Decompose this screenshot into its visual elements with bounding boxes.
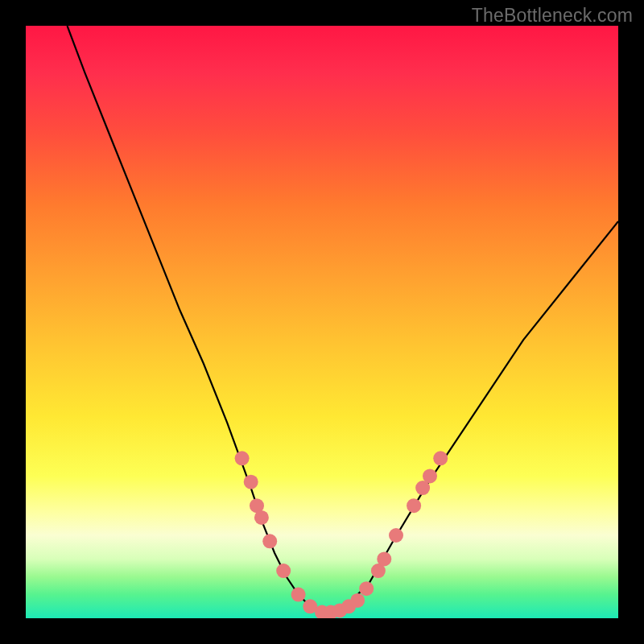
svg-point-17 bbox=[407, 498, 421, 513]
svg-point-0 bbox=[235, 451, 250, 465]
svg-point-18 bbox=[415, 481, 430, 495]
chart-plot-area bbox=[26, 26, 618, 618]
data-markers bbox=[235, 451, 448, 618]
svg-point-11 bbox=[341, 599, 356, 613]
chart-svg bbox=[26, 26, 618, 618]
svg-point-2 bbox=[250, 498, 264, 513]
svg-point-4 bbox=[262, 534, 277, 548]
svg-point-13 bbox=[359, 581, 374, 596]
svg-point-8 bbox=[315, 605, 329, 618]
svg-point-9 bbox=[324, 605, 338, 618]
svg-point-5 bbox=[276, 564, 291, 578]
watermark-text: TheBottleneck.com bbox=[472, 5, 633, 27]
svg-point-10 bbox=[332, 603, 347, 617]
svg-point-14 bbox=[371, 564, 386, 578]
svg-point-12 bbox=[350, 593, 365, 608]
svg-point-3 bbox=[254, 510, 269, 525]
svg-point-19 bbox=[423, 469, 437, 483]
svg-point-7 bbox=[303, 599, 317, 613]
bottleneck-curve bbox=[68, 26, 619, 613]
svg-point-6 bbox=[291, 588, 306, 602]
svg-point-16 bbox=[389, 528, 403, 543]
svg-point-20 bbox=[433, 451, 448, 465]
svg-point-15 bbox=[377, 551, 391, 566]
svg-point-1 bbox=[244, 475, 258, 489]
